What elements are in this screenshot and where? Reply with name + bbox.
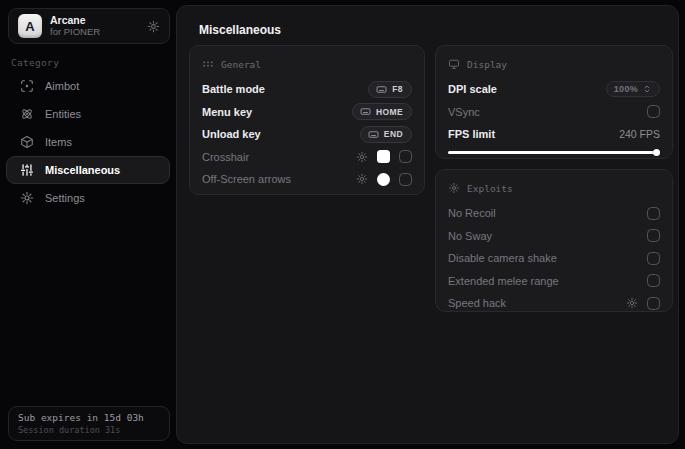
sidebar-item-miscellaneous[interactable]: Miscellaneous [6,156,170,184]
app-names: Arcane for PIONER [50,14,147,38]
keyboard-icon [360,106,371,117]
vsync-row: VSync [448,101,660,124]
fps-limit-row: FPS limit 240 FPS [448,123,660,146]
extended-melee-range-checkbox[interactable] [647,274,660,287]
general-card: General Battle mode F8 Menu key HOME Unl… [189,45,425,195]
offscreen-checkbox[interactable] [399,173,412,186]
row-label: Menu key [202,106,252,118]
unload-key-row: Unload key END [202,123,412,146]
offscreen-arrows-row: Off-Screen arrows [202,168,412,191]
menu-key-keybind[interactable]: HOME [352,103,412,120]
card-title: General [221,59,261,70]
speed-hack-row: Speed hack [448,292,660,315]
box-icon [20,135,34,149]
sidebar-item-label: Items [45,136,72,148]
sidebar-item-label: Miscellaneous [45,164,120,176]
row-label: No Sway [448,230,492,242]
card-title: Exploits [467,183,513,194]
dpi-scale-value: 100% [614,84,638,94]
gear-icon[interactable] [356,151,368,163]
row-label: VSync [448,106,480,118]
row-label: Disable camera shake [448,252,557,264]
sidebar: A Arcane for PIONER Category Aimbot [0,0,176,449]
sidebar-item-label: Settings [45,192,85,204]
gear-icon[interactable] [356,173,368,185]
keybind-value: HOME [376,107,403,117]
row-label: DPI scale [448,83,497,95]
card-title: Display [467,59,507,70]
app-title: Arcane [50,14,147,26]
main-panel: Miscellaneous General Battle mode F8 Men… [176,5,679,444]
chevrons-up-down-icon [642,84,652,94]
monitor-icon [448,58,460,70]
keybind-value: END [384,129,403,139]
disable-camera-shake-row: Disable camera shake [448,247,660,270]
row-label: Unload key [202,128,261,140]
no-sway-row: No Sway [448,225,660,248]
gear-icon[interactable] [147,20,160,33]
battle-mode-row: Battle mode F8 [202,78,412,101]
fps-limit-value: 240 FPS [619,128,660,140]
sub-expires-text: Sub expires in 15d 03h [18,412,160,423]
subscription-info: Sub expires in 15d 03h Session duration … [8,406,170,441]
scan-icon [20,79,34,93]
display-card: Display DPI scale 100% VSync FPS limit 2… [435,45,673,159]
keyboard-icon [368,129,379,140]
crosshair-row: Crosshair [202,146,412,169]
row-label: Crosshair [202,151,249,163]
grid-dots-icon [202,58,214,70]
session-duration-text: Session duration 31s [18,425,160,435]
row-label: Off-Screen arrows [202,173,291,185]
unload-key-keybind[interactable]: END [360,126,412,143]
sidebar-item-aimbot[interactable]: Aimbot [6,72,170,100]
slider-track [448,151,660,154]
offscreen-color-swatch[interactable] [377,173,390,186]
dpi-scale-row: DPI scale 100% [448,78,660,101]
speed-hack-checkbox[interactable] [647,297,660,310]
sidebar-item-label: Aimbot [45,80,79,92]
crosshair-checkbox[interactable] [399,150,412,163]
hazard-burst-icon [448,182,460,194]
row-label: Battle mode [202,83,265,95]
crosshair-color-swatch[interactable] [377,150,390,163]
sliders-icon [20,163,34,177]
no-recoil-checkbox[interactable] [647,207,660,220]
category-label: Category [11,57,59,68]
extended-melee-range-row: Extended melee range [448,270,660,293]
app-header: A Arcane for PIONER [8,8,170,44]
gear-icon [20,191,34,205]
page-title: Miscellaneous [199,23,281,37]
row-label: No Recoil [448,207,496,219]
row-label: Extended melee range [448,275,559,287]
keyboard-icon [376,84,387,95]
no-sway-checkbox[interactable] [647,229,660,242]
app-subtitle: for PIONER [50,27,147,38]
no-recoil-row: No Recoil [448,202,660,225]
atom-icon [20,107,34,121]
sidebar-item-entities[interactable]: Entities [6,100,170,128]
vsync-checkbox[interactable] [647,105,660,118]
gear-icon[interactable] [626,297,638,309]
sidebar-item-label: Entities [45,108,81,120]
sidebar-item-items[interactable]: Items [6,128,170,156]
sidebar-item-settings[interactable]: Settings [6,184,170,212]
menu-key-row: Menu key HOME [202,101,412,124]
row-label: FPS limit [448,128,495,140]
sidebar-nav: Aimbot Entities Items [6,72,170,212]
slider-knob[interactable] [653,149,660,156]
disable-camera-shake-checkbox[interactable] [647,252,660,265]
row-label: Speed hack [448,297,506,309]
dpi-scale-select[interactable]: 100% [606,81,660,97]
fps-limit-slider[interactable] [448,149,660,157]
app-logo: A [18,14,42,38]
battle-mode-keybind[interactable]: F8 [368,81,412,98]
keybind-value: F8 [392,84,403,94]
exploits-card: Exploits No Recoil No Sway Disable camer… [435,169,673,312]
